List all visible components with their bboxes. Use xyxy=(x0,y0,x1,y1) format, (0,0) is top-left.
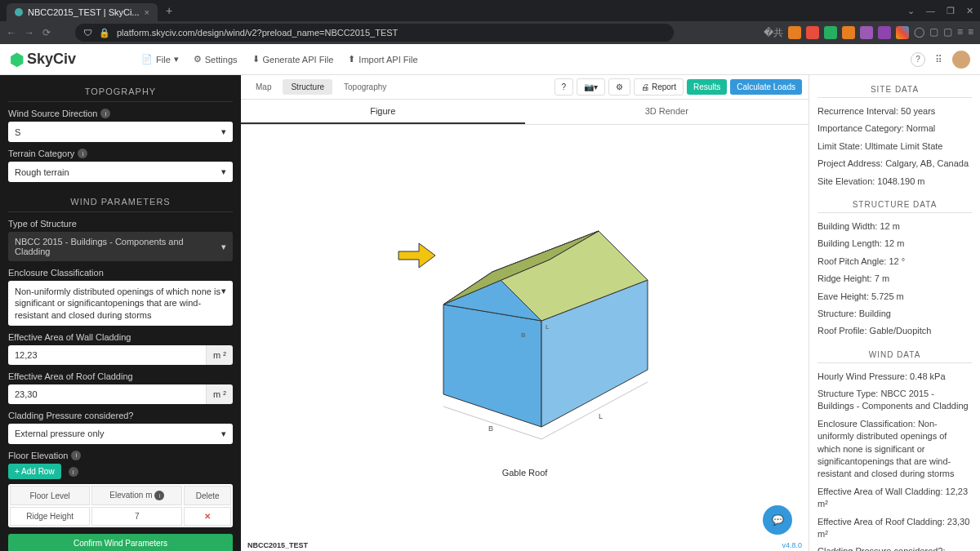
svg-text:L: L xyxy=(546,323,550,331)
data-item: Cladding Pressure considered?: External … xyxy=(817,543,972,551)
info-icon[interactable]: i xyxy=(69,467,78,477)
terrain-dropdown[interactable]: Rough terrain▾ xyxy=(8,162,233,182)
data-item: Project Address: Calgary, AB, Canada xyxy=(817,155,972,172)
ext-icon[interactable] xyxy=(824,26,837,39)
help-icon[interactable]: ? xyxy=(911,52,925,67)
data-item: Roof Pitch Angle: 12 ° xyxy=(817,253,972,270)
ext-icon[interactable]: ◯ xyxy=(914,26,924,40)
right-panel: SITE DATA Recurrence Interval: 50 years … xyxy=(808,75,980,551)
close-icon[interactable]: × xyxy=(145,7,149,17)
chevron-down-icon: ▾ xyxy=(221,286,226,296)
logo-icon: ⬢ xyxy=(10,50,24,69)
browser-tab[interactable]: NBCC2015_TEST | SkyCi... × xyxy=(7,3,158,21)
table-row: Ridge Height 7 ✕ xyxy=(10,507,231,526)
tab-map[interactable]: Map xyxy=(247,79,279,95)
svg-marker-1 xyxy=(443,304,541,427)
data-item: Structure: Building xyxy=(817,305,972,322)
add-row-button[interactable]: + Add Row xyxy=(8,464,61,479)
version-label: v4.8.0 xyxy=(782,541,802,549)
svg-text:B: B xyxy=(521,331,525,339)
table-header: Floor Level xyxy=(10,486,90,506)
ext-icon[interactable] xyxy=(842,26,855,39)
info-icon[interactable]: i xyxy=(154,491,164,500)
generate-api-button[interactable]: ⬇ Generate API File xyxy=(252,54,334,64)
tab-topography[interactable]: Topography xyxy=(336,79,394,95)
info-icon[interactable]: i xyxy=(100,109,110,118)
chevron-down-icon: ▾ xyxy=(221,242,226,252)
shield-icon: 🛡 xyxy=(83,28,92,38)
settings-menu[interactable]: ⚙ Settings xyxy=(194,54,238,64)
data-item: Site Elevation: 1048.190 m xyxy=(817,173,972,190)
data-item: Eave Height: 5.725 m xyxy=(817,288,972,305)
data-item: Building Length: 12 m xyxy=(817,235,972,252)
data-item: Ridge Height: 7 m xyxy=(817,270,972,287)
favicon xyxy=(15,8,23,16)
url-input[interactable]: 🛡 🔒 platform.skyciv.com/design/wind/v2?p… xyxy=(75,24,674,42)
confirm-button[interactable]: Confirm Wind Parameters xyxy=(8,534,233,551)
help-button[interactable]: ? xyxy=(555,78,574,96)
wall-area-input[interactable] xyxy=(8,345,206,365)
building-label: Gable Roof xyxy=(502,468,548,478)
new-tab-button[interactable]: + xyxy=(166,4,172,17)
table-header: Elevation m i xyxy=(91,486,182,506)
menu-icon[interactable]: ≡ xyxy=(968,26,973,40)
ext-icon[interactable] xyxy=(806,26,819,39)
close-window-icon[interactable]: ✕ xyxy=(966,6,973,16)
data-item: Recurrence Interval: 50 years xyxy=(817,103,972,120)
results-button[interactable]: Results xyxy=(687,79,727,95)
chevron-down-icon: ▾ xyxy=(221,429,226,439)
section-title: WIND DATA xyxy=(817,347,972,363)
browser-tab-bar: NBCC2015_TEST | SkyCi... × + ⌄ — ❐ ✕ xyxy=(0,0,980,21)
info-icon[interactable]: i xyxy=(71,451,81,460)
info-icon[interactable]: i xyxy=(78,149,87,158)
ext-icon[interactable]: ▢ xyxy=(929,26,938,40)
apps-icon[interactable]: ⠿ xyxy=(935,54,942,65)
chevron-down-icon: ▾ xyxy=(221,167,226,177)
back-icon[interactable]: ← xyxy=(7,27,16,38)
ext-icon[interactable]: ▢ xyxy=(943,26,952,40)
field-label: Cladding Pressure considered? xyxy=(8,411,233,420)
canvas: B L B L Gable Roof xyxy=(241,125,808,551)
svg-marker-0 xyxy=(399,243,435,268)
view-tab-figure[interactable]: Figure xyxy=(241,100,525,124)
pressure-dropdown[interactable]: External pressure only▾ xyxy=(8,424,233,444)
calculate-button[interactable]: Calculate Loads xyxy=(730,79,802,95)
tab-structure[interactable]: Structure xyxy=(283,79,332,95)
ext-icon[interactable]: ≡ xyxy=(957,26,963,40)
minimize-icon[interactable]: — xyxy=(926,6,935,16)
project-name: NBCC2015_TEST xyxy=(247,541,308,549)
report-button[interactable]: 🖨 Report xyxy=(634,78,684,96)
svg-text:L: L xyxy=(599,412,603,420)
ext-icon[interactable] xyxy=(860,26,873,39)
chevron-down-icon: ▾ xyxy=(221,127,226,137)
roof-area-input[interactable] xyxy=(8,384,206,404)
chat-icon[interactable]: 💬 xyxy=(763,505,792,535)
ext-icon[interactable] xyxy=(878,26,891,39)
import-api-button[interactable]: ⬆ Import API File xyxy=(348,54,417,64)
ext-icon[interactable] xyxy=(788,26,801,39)
share-icon[interactable]: �共 xyxy=(764,26,783,40)
lock-icon: 🔒 xyxy=(99,28,110,38)
data-item: Hourly Wind Pressure: 0.48 kPa xyxy=(817,368,972,385)
camera-button[interactable]: 📷▾ xyxy=(577,78,605,96)
logo[interactable]: ⬢ SkyCiv xyxy=(10,50,76,69)
chevron-down-icon[interactable]: ⌄ xyxy=(907,6,915,16)
unit-label: m ² xyxy=(206,384,233,404)
view-tab-3d[interactable]: 3D Render xyxy=(525,100,809,124)
structure-type-dropdown[interactable]: NBCC 2015 - Buildings - Components and C… xyxy=(8,232,233,261)
url-text: platform.skyciv.com/design/wind/v2?prelo… xyxy=(117,28,398,38)
wind-source-dropdown[interactable]: S▾ xyxy=(8,122,233,142)
field-label: Terrain Categoryi xyxy=(8,149,233,158)
app-header: ⬢ SkyCiv 📄 File ▾ ⚙ Settings ⬇ Generate … xyxy=(0,44,980,75)
floor-elevation-table: Floor Level Elevation m i Delete Ridge H… xyxy=(8,484,233,528)
maximize-icon[interactable]: ❐ xyxy=(947,6,955,16)
enclosure-dropdown[interactable]: Non-uniformly distributed openings of wh… xyxy=(8,281,233,326)
forward-icon[interactable]: → xyxy=(24,27,34,38)
settings-button[interactable]: ⚙ xyxy=(608,78,630,96)
ext-icon[interactable] xyxy=(896,26,909,39)
file-menu[interactable]: 📄 File ▾ xyxy=(141,54,179,64)
delete-icon[interactable]: ✕ xyxy=(204,512,211,521)
section-title: SITE DATA xyxy=(817,82,972,98)
reload-icon[interactable]: ⟳ xyxy=(42,27,51,38)
avatar[interactable] xyxy=(952,51,970,69)
